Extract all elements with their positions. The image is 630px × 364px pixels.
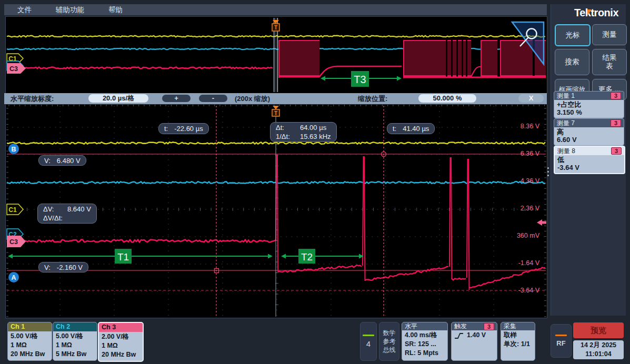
waveform-count: 4 (366, 339, 371, 348)
trigger-settings-badge[interactable]: 触发3 1.40 V (451, 322, 497, 361)
tektronix-logo: Tektronix (567, 7, 625, 19)
horizontal-title: 水平 (405, 322, 445, 331)
math-ref-bus-button[interactable]: 数学 参考 总线 (379, 322, 399, 361)
dt-value: 64.00 µs (300, 123, 326, 132)
search-button-label: 搜索 (565, 58, 579, 66)
rf-color-line (555, 335, 567, 336)
cursor-b-badge[interactable]: B (11, 146, 16, 153)
main-waveform-display[interactable]: T B A C1 C2 C3 T1 T2 t: - (5, 105, 547, 318)
channel-3-bandwidth: 20 MHz Bw (102, 350, 140, 359)
results-table-button-label: 结果表 (601, 54, 618, 70)
dv-label: ΔV: (43, 205, 67, 214)
cursor-a-volt-readout: V: -2.160 V (38, 262, 88, 272)
zoom-in-button[interactable]: + (162, 95, 191, 102)
ref-label: 参考 (383, 337, 396, 346)
t1-label: T1 (117, 251, 129, 262)
channel-2-bandwidth: 5 MHz Bw (56, 350, 94, 359)
zoom-overview-icon[interactable] (512, 22, 544, 64)
acquisition-mode: 取样 (504, 331, 532, 340)
measurement-1-title: 测量 1 (557, 92, 611, 100)
rising-edge-icon (454, 332, 464, 339)
vscale-360mv: 360 mV (517, 232, 539, 241)
trigger-source-badge: 3 (484, 323, 494, 330)
channel-1-impedance: 1 MΩ (11, 341, 49, 350)
channel-3-badge[interactable]: Ch 3 2.00 V/格 1 MΩ 20 MHz Bw (98, 322, 144, 362)
main-ch1-label[interactable]: C1 (8, 206, 17, 214)
channel-2-scale: 5.00 V/格 (56, 332, 94, 341)
dv-value: 8.640 V (67, 205, 91, 214)
menu-help[interactable]: 帮助 (108, 5, 123, 15)
panel-drag-handle[interactable] (547, 167, 549, 178)
channel-1-badge[interactable]: Ch 1 5.00 V/格 1 MΩ 20 MHz Bw (7, 322, 52, 361)
zoom-scale-bar: 水平缩放标度: 20.0 µs/格 + - (200x 缩放) 缩放位置: 50… (4, 93, 547, 104)
vscale-8v: 8.36 V (521, 123, 539, 132)
cursor-a-volt-value: -2.160 V (57, 264, 83, 271)
horizontal-settings-badge[interactable]: 水平 4.00 ms/格 SR: 125 ... RL: 5 Mpts (402, 322, 448, 361)
datetime-badge[interactable]: 14 2月 2025 11:01:04 (573, 340, 624, 359)
zoom-close-button[interactable]: X (518, 94, 544, 103)
cursor-b-handle[interactable] (382, 152, 386, 157)
waveform-overview[interactable]: C1 C3 T T3 (5, 16, 547, 94)
zoom-scale-label: 水平缩放标度: (11, 94, 54, 104)
overview-trigger-label: T (274, 25, 277, 31)
vscale-n3v: -3.64 V (518, 287, 539, 296)
cursor-b-volt-value: 6.480 V (57, 157, 81, 165)
vscale-4v: 4.36 V (521, 177, 539, 187)
channel-3-impedance: 1 MΩ (102, 341, 140, 350)
cursors-button[interactable]: 光标 (555, 24, 591, 46)
menu-file[interactable]: 文件 (17, 5, 32, 15)
rf-label: RF (556, 339, 565, 347)
menu-bar: 文件 辅助功能 帮助 (4, 4, 547, 15)
preview-button[interactable]: 预览 (573, 322, 624, 338)
trigger-level-arrow-icon[interactable] (537, 219, 546, 226)
cursor-b-time-label: t: (393, 125, 396, 133)
channel-1-name: Ch 1 (8, 322, 52, 331)
overview-ch3-label[interactable]: C3 (9, 65, 18, 73)
delta-volt-readout: ΔV:8.640 V ΔV/Δt: (37, 204, 97, 224)
horizontal-sample-rate: SR: 125 ... (405, 340, 445, 349)
cursor-a-handle[interactable] (215, 269, 219, 273)
acquisition-title: 采集 (504, 322, 532, 331)
channel-2-badge[interactable]: Ch 2 5.00 V/格 1 MΩ 5 MHz Bw (53, 322, 97, 361)
measurement-8-value: -3.64 V (557, 164, 622, 171)
vscale-2v: 2.36 V (521, 205, 539, 214)
measurement-card-8[interactable]: 测量 83 低-3.64 V (554, 146, 625, 174)
rf-button[interactable]: RF (551, 324, 572, 358)
cursor-b-time-value: 41.40 µs (403, 125, 429, 133)
cursor-a-time-value: -22.60 µs (174, 125, 203, 133)
overview-trigger-arrow-icon[interactable] (273, 20, 279, 24)
channel-1-bandwidth: 20 MHz Bw (11, 350, 49, 359)
measurement-7-source-badge: 3 (611, 119, 621, 127)
channel-3-name: Ch 3 (99, 323, 143, 332)
cursor-a-volt-label: V: (44, 264, 51, 271)
channel-1-scale: 5.00 V/格 (11, 332, 49, 341)
waveform-count-button[interactable]: 4 (360, 322, 377, 361)
measure-button[interactable]: 测量 (592, 24, 627, 45)
measurement-1-name: +占空比 (557, 100, 621, 108)
main-ch3-label[interactable]: C3 (9, 238, 18, 246)
date-label: 14 2月 2025 (573, 341, 624, 350)
overview-labels-svg: C1 C3 T T3 (6, 17, 547, 93)
math-label: 数学 (383, 329, 396, 337)
bus-label: 总线 (383, 346, 396, 354)
menu-utility[interactable]: 辅助功能 (56, 5, 84, 15)
trigger-title: 触发 (454, 322, 484, 331)
acquisition-count: 单次: 1/1 (504, 340, 532, 349)
zoom-scale-value[interactable]: 20.0 µs/格 (88, 94, 148, 103)
acquisition-settings-badge[interactable]: 采集 取样 单次: 1/1 (501, 322, 535, 361)
main-trigger-label: T (274, 110, 277, 116)
measurement-1-value: 3.150 % (557, 108, 621, 116)
trigger-level: 1.40 V (467, 331, 486, 340)
zoom-position-value[interactable]: 50.000 % (418, 94, 476, 103)
search-button[interactable]: 搜索 (555, 49, 589, 75)
inv-dt-label: 1/Δt: (276, 132, 300, 141)
results-table-button[interactable]: 结果表 (592, 49, 627, 75)
zoom-out-button[interactable]: - (199, 95, 227, 102)
measurement-card-1[interactable]: 测量 13 +占空比3.150 % (554, 91, 624, 118)
measurement-7-title: 测量 7 (557, 119, 611, 128)
cursor-a-time-label: t: (164, 125, 168, 133)
main-trigger-arrow-icon[interactable] (273, 106, 279, 109)
cursor-a-badge[interactable]: A (11, 274, 16, 281)
measurement-8-source-badge: 3 (611, 147, 622, 155)
measurement-card-7[interactable]: 测量 73 高6.60 V (554, 118, 624, 146)
